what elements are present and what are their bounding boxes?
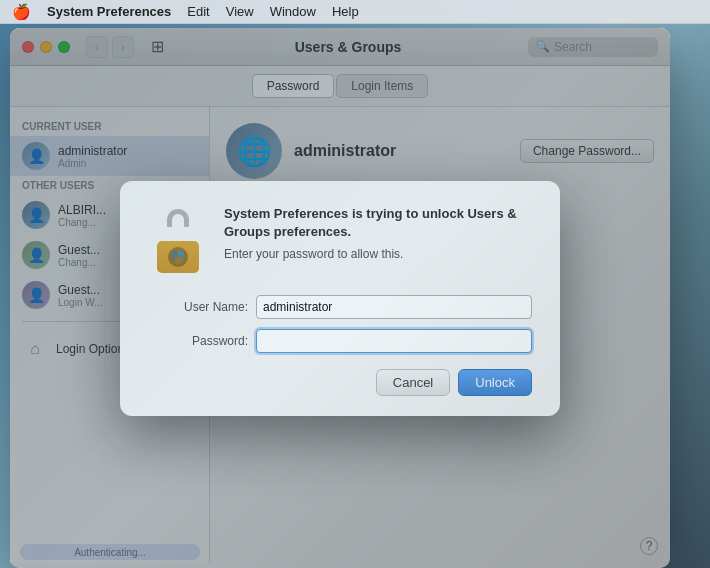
dialog-overlay: 👥 System Preferences is trying to unlock… [10, 28, 670, 568]
window-chrome: ‹ › ⊞ Users & Groups 🔍 Search Password [10, 28, 670, 568]
cancel-button[interactable]: Cancel [376, 369, 450, 396]
password-row: Password: [148, 329, 532, 353]
dialog-text: System Preferences is trying to unlock U… [224, 205, 532, 275]
lock-icon: 👥 [148, 205, 208, 275]
desktop: 🍎 System Preferences Edit View Window He… [0, 0, 710, 568]
dialog-form: User Name: Password: [148, 295, 532, 353]
username-row: User Name: [148, 295, 532, 319]
menu-window[interactable]: Window [270, 4, 316, 19]
unlock-button[interactable]: Unlock [458, 369, 532, 396]
dialog-header: 👥 System Preferences is trying to unlock… [148, 205, 532, 275]
lock-shackle [167, 209, 189, 227]
menu-help[interactable]: Help [332, 4, 359, 19]
password-input[interactable] [256, 329, 532, 353]
password-label: Password: [148, 334, 248, 348]
lock-body: 👥 [157, 241, 199, 273]
apple-menu-icon[interactable]: 🍎 [12, 3, 31, 21]
menu-view[interactable]: View [226, 4, 254, 19]
app-name-menu[interactable]: System Preferences [47, 4, 171, 19]
system-preferences-window: ‹ › ⊞ Users & Groups 🔍 Search Password [10, 28, 670, 548]
lock-face: 👥 [168, 247, 188, 267]
dialog-subtitle: Enter your password to allow this. [224, 247, 532, 261]
unlock-dialog: 👥 System Preferences is trying to unlock… [120, 181, 560, 416]
dialog-buttons: Cancel Unlock [148, 369, 532, 396]
dialog-title: System Preferences is trying to unlock U… [224, 205, 532, 241]
username-label: User Name: [148, 300, 248, 314]
menubar: 🍎 System Preferences Edit View Window He… [0, 0, 710, 24]
username-input[interactable] [256, 295, 532, 319]
menu-edit[interactable]: Edit [187, 4, 209, 19]
